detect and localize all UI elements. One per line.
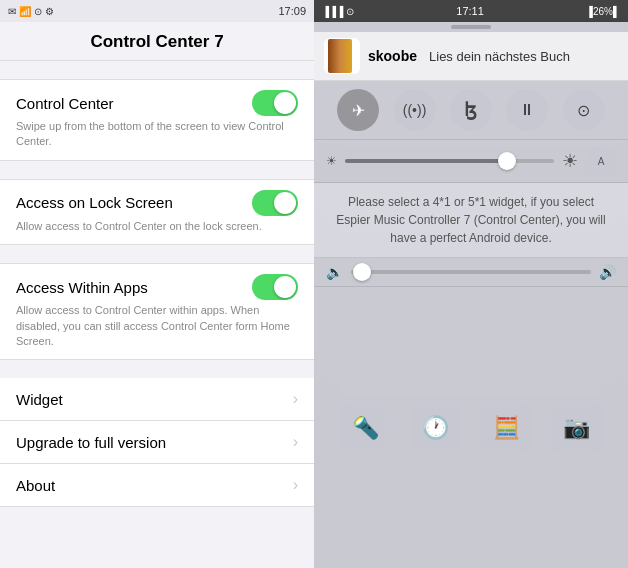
clock-button[interactable]: 🕐 (410, 402, 462, 454)
clock-icon: 🕐 (422, 415, 449, 441)
toggle-knob-3 (274, 276, 296, 298)
settings-list: Control Center Swipe up from the bottom … (0, 61, 314, 568)
right-status-icons-right: ▐26%▌ (586, 6, 620, 17)
nav-item-widget[interactable]: Widget › (0, 378, 314, 421)
airplane-icon: ✈ (352, 101, 365, 120)
divider-bottom (0, 507, 314, 525)
calculator-icon: 🧮 (493, 415, 520, 441)
control-center-row: Control Center (16, 90, 298, 116)
left-status-icons: ✉ 📶 ⊙ ⚙ (8, 6, 54, 17)
cc-handle-bar (451, 25, 491, 29)
control-center-desc: Swipe up from the bottom of the screen t… (16, 119, 298, 150)
left-panel: ✉ 📶 ⊙ ⚙ 17:09 Control Center 7 Control C… (0, 0, 314, 568)
signal-icon: 📶 (19, 6, 31, 17)
cc-quick-actions: 🔦 🕐 🧮 📷 (314, 287, 628, 568)
notification-app-icon (324, 38, 360, 74)
settings-item-within-apps: Access Within Apps Allow access to Contr… (0, 264, 314, 359)
auto-brightness-button[interactable]: A (586, 146, 616, 176)
within-apps-desc: Allow access to Control Center within ap… (16, 303, 298, 349)
bluetooth-button[interactable]: ɮ (450, 89, 492, 131)
volume-slider[interactable] (351, 270, 591, 274)
control-center-toggle[interactable] (252, 90, 298, 116)
volume-thumb (353, 263, 371, 281)
within-apps-label: Access Within Apps (16, 279, 148, 296)
wifi-button[interactable]: ((•)) (394, 89, 436, 131)
control-center-panel: skoobe Lies dein nächstes Buch ✈ ((•)) ɮ… (314, 22, 628, 568)
widget-label: Widget (16, 391, 63, 408)
brightness-min-icon: ☀ (326, 154, 337, 168)
wifi-status-icon: ⊙ (34, 6, 42, 17)
lock-screen-row: Access on Lock Screen (16, 190, 298, 216)
section-lock-screen: Access on Lock Screen Allow access to Co… (0, 179, 314, 245)
lock-screen-desc: Allow access to Control Center on the lo… (16, 219, 298, 234)
battery-icon: ▐26%▌ (586, 6, 620, 17)
cc-notification[interactable]: skoobe Lies dein nächstes Buch (314, 32, 628, 81)
settings-item-lock-screen: Access on Lock Screen Allow access to Co… (0, 180, 314, 244)
lock-rotation-icon: ⊙ (577, 101, 590, 120)
brightness-slider[interactable] (345, 159, 554, 163)
toggle-knob-2 (274, 192, 296, 214)
cc-controls-row: ✈ ((•)) ɮ ⏸ ⊙ (314, 81, 628, 140)
volume-max-icon: 🔊 (599, 264, 616, 280)
settings-status-icon: ⚙ (45, 6, 54, 17)
lock-rotation-button[interactable]: ⊙ (563, 89, 605, 131)
toggle-knob (274, 92, 296, 114)
right-panel: ▐▐▐ ⊙ 17:11 ▐26%▌ skoobe Lies dein nächs… (314, 0, 628, 568)
nav-item-about[interactable]: About › (0, 464, 314, 507)
divider-top (0, 61, 314, 79)
settings-item-control-center: Control Center Swipe up from the bottom … (0, 80, 314, 160)
nav-item-upgrade[interactable]: Upgrade to full version › (0, 421, 314, 464)
section-within-apps: Access Within Apps Allow access to Contr… (0, 263, 314, 360)
wifi-icon: ((•)) (403, 102, 427, 118)
cc-message: Please select a 4*1 or 5*1 widget, if yo… (314, 183, 628, 258)
camera-icon: 📷 (563, 415, 590, 441)
divider-2 (0, 245, 314, 263)
upgrade-chevron: › (293, 433, 298, 451)
left-time: 17:09 (278, 5, 306, 17)
status-bar-left: ✉ 📶 ⊙ ⚙ 17:09 (0, 0, 314, 22)
bluetooth-icon: ɮ (464, 99, 477, 121)
app-title: Control Center 7 (0, 22, 314, 61)
right-status-icons-left: ▐▐▐ ⊙ (322, 6, 354, 17)
divider-3 (0, 360, 314, 378)
status-bar-right: ▐▐▐ ⊙ 17:11 ▐26%▌ (314, 0, 628, 22)
cc-brightness-row: ☀ ☀ A (314, 140, 628, 183)
camera-button[interactable]: 📷 (551, 402, 603, 454)
cc-volume-row: 🔈 🔊 (314, 258, 628, 287)
volume-min-icon: 🔈 (326, 264, 343, 280)
notification-app-name: skoobe (368, 48, 417, 64)
brightness-thumb (498, 152, 516, 170)
wifi-right-icon: ⊙ (346, 6, 354, 17)
pause-icon: ⏸ (519, 101, 535, 119)
gmail-icon: ✉ (8, 6, 16, 17)
flashlight-icon: 🔦 (352, 415, 379, 441)
cc-handle (314, 22, 628, 32)
brightness-fill (345, 159, 502, 163)
within-apps-row: Access Within Apps (16, 274, 298, 300)
lock-screen-label: Access on Lock Screen (16, 194, 173, 211)
divider-1 (0, 161, 314, 179)
about-label: About (16, 477, 55, 494)
within-apps-toggle[interactable] (252, 274, 298, 300)
signal-bars-icon: ▐▐▐ (322, 6, 343, 17)
control-center-label: Control Center (16, 95, 114, 112)
pause-button[interactable]: ⏸ (506, 89, 548, 131)
airplane-mode-button[interactable]: ✈ (337, 89, 379, 131)
auto-icon: A (598, 156, 605, 167)
upgrade-label: Upgrade to full version (16, 434, 166, 451)
section-control-center: Control Center Swipe up from the bottom … (0, 79, 314, 161)
flashlight-button[interactable]: 🔦 (339, 402, 391, 454)
notification-message: Lies dein nächstes Buch (429, 49, 570, 64)
right-time: 17:11 (456, 5, 484, 17)
book-icon (328, 39, 352, 73)
widget-chevron: › (293, 390, 298, 408)
brightness-max-icon: ☀ (562, 150, 578, 172)
lock-screen-toggle[interactable] (252, 190, 298, 216)
about-chevron: › (293, 476, 298, 494)
calculator-button[interactable]: 🧮 (480, 402, 532, 454)
